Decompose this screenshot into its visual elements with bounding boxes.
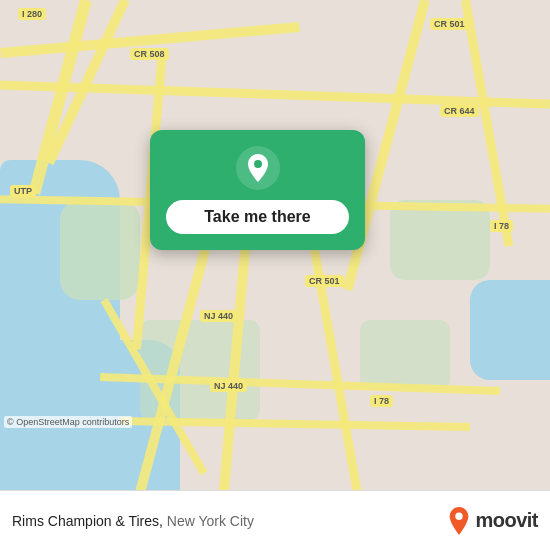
road-label-nj440_1: NJ 440 bbox=[200, 310, 237, 322]
road-label-cr644: CR 644 bbox=[440, 105, 479, 117]
water-right bbox=[470, 280, 550, 380]
road-label-utp: UTP bbox=[10, 185, 36, 197]
road-label-cr280: I 280 bbox=[18, 8, 46, 20]
moovit-pin-icon bbox=[447, 507, 471, 535]
road-label-nj440_2: NJ 440 bbox=[210, 380, 247, 392]
green-area-4 bbox=[360, 320, 450, 390]
road-label-i78_right: I 78 bbox=[490, 220, 513, 232]
road-label-i78_bottom: I 78 bbox=[370, 395, 393, 407]
svg-point-1 bbox=[254, 160, 262, 168]
road-label-cr501_top: CR 501 bbox=[430, 18, 469, 30]
popup-card: Take me there bbox=[150, 130, 365, 250]
place-name: Rims Champion & Tires, New York City bbox=[12, 513, 254, 529]
map-attribution: © OpenStreetMap contributors bbox=[4, 416, 132, 428]
road-label-cr508: CR 508 bbox=[130, 48, 169, 60]
bottom-bar: Rims Champion & Tires, New York City moo… bbox=[0, 490, 550, 550]
green-area-2 bbox=[390, 200, 490, 280]
location-pin-icon bbox=[236, 146, 280, 190]
take-me-there-button[interactable]: Take me there bbox=[166, 200, 349, 234]
green-area-1 bbox=[60, 200, 140, 300]
city-text: New York City bbox=[167, 513, 254, 529]
moovit-logo: moovit bbox=[447, 507, 538, 535]
road-label-cr501_mid: CR 501 bbox=[305, 275, 344, 287]
moovit-brand-text: moovit bbox=[475, 509, 538, 532]
place-name-text: Rims Champion & Tires bbox=[12, 513, 159, 529]
map-container: I 280CR 508CR 501CR 644CR 501NJ 440NJ 44… bbox=[0, 0, 550, 490]
svg-point-2 bbox=[456, 512, 463, 519]
